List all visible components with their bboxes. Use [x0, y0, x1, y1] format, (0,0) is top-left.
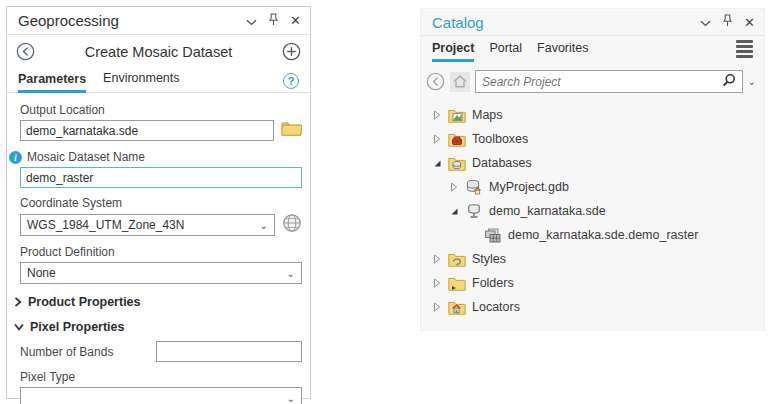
chevron-down-icon: ⌄	[260, 220, 268, 231]
tree-item-styles[interactable]: Styles	[421, 247, 764, 271]
tab-favorites[interactable]: Favorites	[537, 41, 588, 62]
section-product-properties[interactable]: Product Properties	[14, 295, 302, 309]
tool-title: Create Mosaic Dataset	[35, 44, 282, 60]
geoprocessing-panel-title: Geoprocessing	[18, 12, 246, 29]
catalog-panel-title: Catalog	[432, 14, 700, 31]
tree-item-maps[interactable]: Maps	[421, 103, 764, 127]
catalog-panel: Catalog ✕ Project Portal Favorites ⌄ Map…	[420, 8, 765, 331]
tree-item-label: Folders	[472, 276, 514, 290]
back-button[interactable]	[426, 72, 445, 91]
chevron-right-icon	[14, 297, 22, 307]
databases-folder-icon	[447, 156, 466, 171]
menu-icon[interactable]	[736, 40, 753, 58]
pixel-type-select[interactable]: ⌄	[20, 387, 302, 404]
expand-collapsed-icon[interactable]	[431, 134, 443, 144]
tree-item-toolboxes[interactable]: Toolboxes	[421, 127, 764, 151]
tree-item-databases[interactable]: Databases	[421, 151, 764, 175]
maps-folder-icon	[447, 108, 466, 123]
close-icon[interactable]: ✕	[290, 14, 301, 27]
section-label: Pixel Properties	[30, 320, 125, 334]
expand-collapsed-icon[interactable]	[431, 254, 443, 264]
coordinate-system-value: WGS_1984_UTM_Zone_43N	[27, 218, 184, 232]
tree-item-label: Toolboxes	[472, 132, 528, 146]
coordinate-system-label: Coordinate System	[20, 196, 302, 210]
geodatabase-icon	[464, 179, 483, 195]
expand-expanded-icon[interactable]	[431, 159, 443, 168]
geoprocessing-nav-row: Create Mosaic Dataset	[7, 35, 310, 68]
pin-icon[interactable]	[722, 13, 733, 31]
locators-folder-icon	[447, 300, 466, 315]
tree-item-label: Maps	[472, 108, 503, 122]
panel-menu-chevron-icon[interactable]	[700, 13, 711, 31]
geoprocessing-panel: Geoprocessing ✕ Create Mosaic Dataset Pa…	[6, 6, 311, 399]
tab-project[interactable]: Project	[432, 41, 474, 62]
chevron-down-icon: ⌄	[287, 268, 295, 279]
expand-collapsed-icon[interactable]	[448, 182, 460, 192]
tree-item-demo-raster[interactable]: demo_karnataka.sde.demo_raster	[421, 223, 764, 247]
number-of-bands-label: Number of Bands	[20, 345, 156, 359]
mosaic-name-label: Mosaic Dataset Name	[27, 150, 145, 164]
search-icon[interactable]	[722, 73, 736, 91]
mosaic-dataset-icon	[483, 228, 502, 243]
mosaic-name-input[interactable]	[20, 167, 302, 188]
tab-parameters[interactable]: Parameters	[18, 72, 86, 93]
close-icon[interactable]: ✕	[744, 16, 755, 29]
geoprocessing-form: Output Location i Mosaic Dataset Name Co…	[7, 93, 310, 404]
styles-folder-icon	[447, 252, 466, 267]
expand-collapsed-icon[interactable]	[431, 302, 443, 312]
help-icon[interactable]: ?	[283, 73, 299, 89]
tree-item-label: demo_karnataka.sde.demo_raster	[508, 228, 698, 242]
tree-item-label: MyProject.gdb	[489, 180, 569, 194]
number-of-bands-input[interactable]	[156, 341, 302, 362]
tab-environments[interactable]: Environments	[103, 71, 179, 92]
section-label: Product Properties	[28, 295, 141, 309]
tree-item-myproject-gdb[interactable]: MyProject.gdb	[421, 175, 764, 199]
catalog-tabs: Project Portal Favorites	[421, 36, 764, 62]
coordinate-system-select[interactable]: WGS_1984_UTM_Zone_43N ⌄	[20, 214, 275, 236]
catalog-titlebar: Catalog ✕	[421, 9, 764, 36]
tree-item-label: demo_karnataka.sde	[489, 204, 606, 218]
pixel-type-label: Pixel Type	[20, 370, 302, 384]
expand-collapsed-icon[interactable]	[431, 278, 443, 288]
geoprocessing-tabs: Parameters Environments ?	[7, 68, 310, 93]
tab-portal[interactable]: Portal	[489, 41, 522, 62]
globe-icon[interactable]	[282, 213, 302, 237]
chevron-down-icon	[14, 323, 24, 331]
home-button[interactable]	[450, 72, 470, 92]
tree-item-label: Databases	[472, 156, 532, 170]
tree-item-label: Styles	[472, 252, 506, 266]
section-pixel-properties[interactable]: Pixel Properties	[14, 320, 302, 334]
search-box	[475, 70, 743, 93]
browse-folder-icon[interactable]	[281, 120, 302, 141]
tree-item-label: Locators	[472, 300, 520, 314]
output-location-input[interactable]	[20, 120, 274, 141]
catalog-tree: Maps Toolboxes Databases MyProject.gdb d…	[421, 100, 764, 319]
panel-menu-chevron-icon[interactable]	[246, 12, 257, 30]
folders-icon	[447, 276, 466, 291]
back-button[interactable]	[16, 42, 35, 61]
geoprocessing-titlebar: Geoprocessing ✕	[7, 7, 310, 35]
database-connection-icon	[464, 203, 483, 219]
tree-item-demo-karnataka-sde[interactable]: demo_karnataka.sde	[421, 199, 764, 223]
pin-icon[interactable]	[268, 12, 279, 30]
expand-expanded-icon[interactable]	[448, 207, 460, 216]
expand-collapsed-icon[interactable]	[431, 110, 443, 120]
tree-item-folders[interactable]: Folders	[421, 271, 764, 295]
product-definition-label: Product Definition	[20, 245, 302, 259]
product-definition-value: None	[27, 266, 56, 280]
info-icon: i	[9, 151, 22, 164]
tree-item-locators[interactable]: Locators	[421, 295, 764, 319]
search-input[interactable]	[482, 75, 718, 89]
add-to-project-button[interactable]	[282, 42, 301, 61]
chevron-down-icon: ⌄	[287, 393, 295, 404]
toolboxes-folder-icon	[447, 132, 466, 147]
search-history-chevron-icon[interactable]: ⌄	[748, 76, 756, 87]
output-location-label: Output Location	[20, 103, 302, 117]
catalog-search-row: ⌄	[421, 62, 764, 100]
product-definition-select[interactable]: None ⌄	[20, 262, 302, 284]
